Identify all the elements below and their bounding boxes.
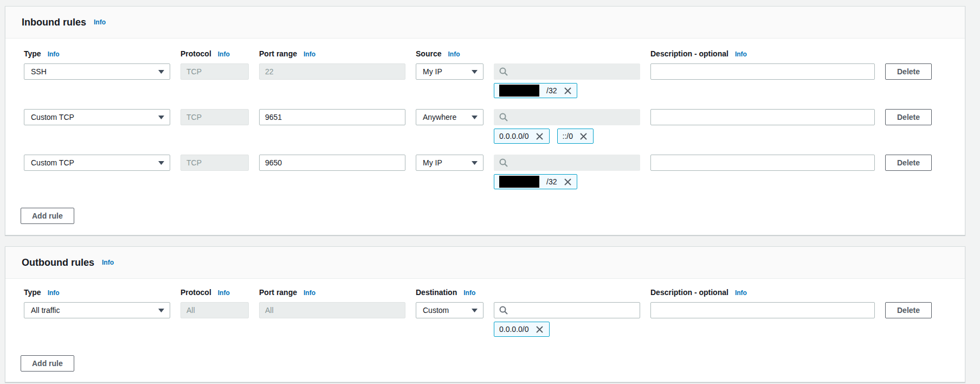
inbound-rules-header: Inbound rules Info	[5, 7, 965, 39]
add-rule-button[interactable]: Add rule	[21, 355, 74, 372]
description-input[interactable]	[650, 109, 875, 125]
column-header-description: Description - optional Info	[650, 288, 875, 297]
description-info-link[interactable]: Info	[735, 289, 747, 297]
source-select[interactable]: My IP	[416, 155, 483, 171]
outbound-rules-title: Outbound rules	[22, 257, 94, 268]
protocol-input	[180, 109, 249, 125]
delete-rule-button[interactable]: Delete	[885, 109, 932, 125]
source-search-input	[494, 109, 640, 125]
cidr-token: /32	[494, 83, 577, 98]
inbound-rules-title: Inbound rules	[22, 17, 86, 28]
outbound-rules-header: Outbound rules Info	[5, 247, 965, 279]
remove-token-button[interactable]	[563, 86, 572, 95]
source-select[interactable]: Anywhere	[416, 109, 483, 125]
chevron-down-icon	[472, 309, 478, 312]
column-header-port-range: Port range Info	[259, 288, 405, 297]
chevron-down-icon	[472, 161, 478, 165]
type-select[interactable]: All traffic	[24, 302, 170, 318]
port-range-info-link[interactable]: Info	[304, 50, 315, 58]
source-tokens: 0.0.0.0/0 ::/0	[494, 129, 640, 144]
type-select[interactable]: SSH	[24, 63, 170, 80]
outbound-rules-body: Type Info Protocol Info Port range Info …	[5, 279, 965, 382]
delete-rule-button[interactable]: Delete	[885, 63, 932, 80]
outbound-rule-row: All traffic Custom Delete 0.0.0.0/0	[24, 302, 965, 337]
type-info-link[interactable]: Info	[48, 50, 60, 58]
column-header-type: Type Info	[24, 288, 170, 297]
close-icon	[536, 132, 544, 140]
destination-tokens: 0.0.0.0/0	[494, 322, 640, 337]
cidr-token: 0.0.0.0/0	[494, 322, 550, 337]
description-input[interactable]	[650, 302, 875, 318]
source-tokens: /32	[494, 83, 640, 98]
column-header-type: Type Info	[24, 49, 170, 58]
destination-search-input[interactable]	[494, 302, 640, 318]
type-select[interactable]: Custom TCP	[24, 109, 170, 125]
close-icon	[579, 132, 588, 140]
search-icon	[499, 67, 508, 76]
redacted-ip	[499, 85, 539, 97]
protocol-input	[180, 155, 249, 171]
port-range-info-link[interactable]: Info	[304, 289, 315, 297]
source-search-input	[494, 155, 640, 171]
delete-rule-button[interactable]: Delete	[885, 155, 932, 171]
close-icon	[564, 178, 572, 186]
chevron-down-icon	[472, 116, 478, 119]
chevron-down-icon	[472, 70, 478, 74]
description-input[interactable]	[650, 155, 875, 171]
security-group-rules-page: Inbound rules Info Type Info Protocol In…	[0, 0, 980, 384]
inbound-rules-body: Type Info Protocol Info Port range Info …	[5, 39, 965, 235]
remove-token-button[interactable]	[563, 177, 572, 186]
chevron-down-icon	[158, 161, 164, 165]
inbound-rules-section: Inbound rules Info Type Info Protocol In…	[5, 6, 965, 235]
cidr-token: 0.0.0.0/0	[494, 129, 550, 144]
chevron-down-icon	[158, 70, 164, 74]
inbound-rule-row: Custom TCP My IP Delete /32	[24, 155, 965, 189]
redacted-ip	[499, 176, 539, 188]
chevron-down-icon	[158, 309, 164, 312]
protocol-input	[180, 302, 249, 318]
type-select[interactable]: Custom TCP	[24, 155, 170, 171]
outbound-column-headers: Type Info Protocol Info Port range Info …	[24, 288, 965, 297]
description-info-link[interactable]: Info	[735, 50, 747, 58]
column-header-port-range: Port range Info	[259, 49, 405, 58]
protocol-info-link[interactable]: Info	[218, 50, 230, 58]
remove-token-button[interactable]	[536, 132, 544, 140]
outbound-rules-section: Outbound rules Info Type Info Protocol I…	[5, 246, 965, 382]
inbound-rule-row: Custom TCP Anywhere Delete 0.0.0.0/0	[24, 109, 965, 144]
destination-info-link[interactable]: Info	[463, 289, 475, 297]
column-header-destination: Destination Info	[416, 288, 640, 297]
port-range-input	[259, 63, 405, 80]
remove-token-button[interactable]	[536, 325, 544, 334]
source-info-link[interactable]: Info	[448, 50, 460, 58]
port-range-input[interactable]	[259, 155, 405, 171]
delete-rule-button[interactable]: Delete	[885, 302, 932, 318]
column-header-protocol: Protocol Info	[180, 49, 249, 58]
column-header-description: Description - optional Info	[650, 49, 875, 58]
cidr-token: ::/0	[557, 129, 594, 144]
chevron-down-icon	[158, 116, 164, 119]
description-input[interactable]	[650, 63, 875, 80]
inbound-rule-row: SSH My IP Delete /32	[24, 63, 965, 98]
port-range-input[interactable]	[259, 109, 405, 125]
cidr-token: /32	[494, 174, 577, 189]
inbound-rules-info-link[interactable]: Info	[94, 18, 106, 26]
close-icon	[536, 325, 544, 334]
add-rule-button[interactable]: Add rule	[21, 208, 74, 224]
remove-token-button[interactable]	[579, 132, 588, 140]
source-search-input	[494, 63, 640, 80]
close-icon	[564, 87, 572, 95]
type-info-link[interactable]: Info	[48, 289, 60, 297]
outbound-rules-info-link[interactable]: Info	[102, 259, 114, 266]
search-icon	[499, 113, 508, 121]
protocol-input	[180, 63, 249, 80]
source-select[interactable]: My IP	[416, 63, 483, 80]
column-header-source: Source Info	[416, 49, 640, 58]
inbound-column-headers: Type Info Protocol Info Port range Info …	[24, 49, 965, 58]
destination-select[interactable]: Custom	[416, 302, 483, 318]
search-icon	[499, 306, 508, 315]
protocol-info-link[interactable]: Info	[218, 289, 230, 297]
port-range-input	[259, 302, 405, 318]
search-icon	[499, 158, 508, 167]
column-header-protocol: Protocol Info	[180, 288, 249, 297]
source-tokens: /32	[494, 174, 640, 189]
